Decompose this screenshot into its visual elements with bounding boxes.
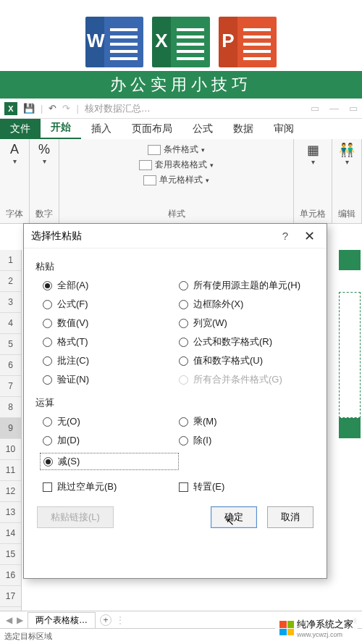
tab-review[interactable]: 审阅: [264, 119, 304, 139]
excel-app-icon: X: [4, 102, 17, 115]
operation-section-label: 运算: [35, 396, 315, 409]
paste-link-button: 粘贴链接(L): [37, 506, 114, 528]
selection-corner: [339, 418, 361, 438]
radio-formulas-num[interactable]: 公式和数字格式(R): [179, 335, 315, 348]
row-header: 17: [0, 586, 21, 607]
sheet-nav-prev-icon[interactable]: ◀: [6, 615, 12, 625]
ok-button[interactable]: ↖确定: [211, 506, 257, 528]
format-as-table-button[interactable]: 套用表格格式 ▾: [139, 157, 214, 172]
maximize-icon[interactable]: ▭: [349, 103, 358, 114]
row-header: 6: [0, 355, 21, 376]
status-text: 选定目标区域: [4, 631, 52, 642]
add-sheet-icon[interactable]: +: [100, 614, 111, 626]
sheet-nav-next-icon[interactable]: ▶: [17, 615, 23, 625]
column-header-cell[interactable]: [339, 250, 361, 270]
cancel-button[interactable]: 取消: [267, 506, 313, 528]
row-header: 7: [0, 376, 21, 397]
tab-insert[interactable]: 插入: [81, 119, 122, 139]
radio-comments[interactable]: 批注(C): [43, 354, 179, 367]
close-icon[interactable]: ✕: [300, 228, 319, 244]
cell-styles-button[interactable]: 单元格样式 ▾: [143, 172, 209, 188]
quick-access-toolbar: X 💾 | ↶ ↷ | 核对数据汇总… ▭ — ▭: [0, 99, 362, 119]
row-header: 13: [0, 502, 21, 523]
tab-data[interactable]: 数据: [223, 119, 264, 139]
ribbon-group-styles: 条件格式 ▾ 套用表格格式 ▾ 单元格样式 ▾ 样式: [59, 139, 294, 223]
tab-file[interactable]: 文件: [0, 119, 41, 139]
redo-icon[interactable]: ↷: [62, 103, 70, 114]
cell-style-icon: [143, 175, 156, 185]
radio-except-borders[interactable]: 边框除外(X): [179, 298, 315, 311]
radio-divide[interactable]: 除(I): [179, 434, 315, 447]
radio-subtract[interactable]: 减(S): [40, 453, 179, 470]
radio-add[interactable]: 加(D): [43, 434, 179, 447]
table-format-icon: [139, 160, 152, 170]
paste-special-dialog: 选择性粘贴 ? ✕ 粘贴 全部(A) 所有使用源主题的单元(H) 公式(F) 边…: [23, 223, 327, 579]
row-header: 8: [0, 397, 21, 418]
powerpoint-icon: P: [219, 17, 277, 67]
row-header: 12: [0, 481, 21, 502]
radio-formulas[interactable]: 公式(F): [43, 298, 179, 311]
find-icon: 👬: [339, 142, 355, 158]
ribbon-tabs: 文件 开始 插入 页面布局 公式 数据 审阅: [0, 119, 362, 139]
radio-all-cond: 所有合并条件格式(G): [179, 373, 315, 386]
cond-format-icon: [148, 145, 161, 155]
radio-none[interactable]: 无(O): [43, 415, 179, 428]
row-headers[interactable]: 1 2 3 4 5 6 7 8 9 10 11 12 13 14 15 16 1…: [0, 250, 22, 611]
watermark: 纯净系统之家 www.ycwzj.com: [275, 616, 358, 640]
word-icon: W: [85, 17, 143, 67]
dialog-title: 选择性粘贴: [31, 230, 282, 243]
cells-icon: ▦: [307, 142, 319, 158]
radio-all-theme[interactable]: 所有使用源主题的单元(H): [179, 279, 315, 292]
document-title: 核对数据汇总…: [85, 102, 151, 115]
checkbox-transpose[interactable]: 转置(E): [179, 480, 315, 493]
marching-ants-selection: [339, 292, 361, 418]
dialog-titlebar: 选择性粘贴 ? ✕: [24, 224, 327, 248]
ribbon-group-editing[interactable]: 👬 ▾ 编辑: [332, 139, 362, 223]
font-icon: A: [10, 142, 19, 157]
office-icons-banner: W X P: [0, 0, 362, 71]
watermark-icon: [279, 621, 294, 635]
help-icon[interactable]: ?: [282, 230, 288, 242]
save-icon[interactable]: 💾: [23, 103, 35, 114]
ribbon: A ▾ 字体 % ▾ 数字 条件格式 ▾ 套用表格格式 ▾ 单元格样式 ▾ 样式…: [0, 139, 362, 224]
conditional-formatting-button[interactable]: 条件格式 ▾: [148, 142, 205, 157]
radio-col-widths[interactable]: 列宽(W): [179, 317, 315, 330]
tab-home[interactable]: 开始: [41, 117, 81, 139]
undo-icon[interactable]: ↶: [49, 103, 56, 114]
cursor-icon: ↖: [226, 516, 235, 527]
row-header: 10: [0, 439, 21, 460]
ribbon-options-icon[interactable]: ▭: [311, 103, 319, 114]
row-header: 11: [0, 460, 21, 481]
banner-title: 办公实用小技巧: [0, 71, 362, 99]
sheet-right-edge: [336, 250, 362, 611]
tab-pagelayout[interactable]: 页面布局: [122, 119, 182, 139]
row-header-selected: 9: [0, 418, 21, 439]
row-header: 4: [0, 313, 21, 334]
ribbon-group-font[interactable]: A ▾ 字体: [0, 139, 30, 223]
row-header: 3: [0, 292, 21, 313]
radio-formats[interactable]: 格式(T): [43, 335, 179, 348]
radio-multiply[interactable]: 乘(M): [179, 415, 315, 428]
tab-formulas[interactable]: 公式: [182, 119, 223, 139]
minimize-icon[interactable]: —: [329, 103, 339, 114]
row-header: 1: [0, 250, 21, 271]
row-header: 14: [0, 523, 21, 544]
checkbox-skip-blanks[interactable]: 跳过空单元(B): [43, 480, 179, 493]
radio-values-num[interactable]: 值和数字格式(U): [179, 354, 315, 367]
radio-values[interactable]: 数值(V): [43, 317, 179, 330]
row-header: 15: [0, 544, 21, 565]
radio-validation[interactable]: 验证(N): [43, 373, 179, 386]
row-header: 16: [0, 565, 21, 586]
row-header: 2: [0, 271, 21, 292]
radio-all[interactable]: 全部(A): [43, 279, 179, 292]
ribbon-group-number[interactable]: % ▾ 数字: [30, 139, 59, 223]
sheet-tab-active[interactable]: 两个表格核…: [28, 612, 96, 628]
excel-icon: X: [152, 17, 210, 67]
ribbon-group-cells[interactable]: ▦ ▾ 单元格: [294, 139, 332, 223]
percent-icon: %: [38, 142, 50, 157]
row-header: 5: [0, 334, 21, 355]
paste-section-label: 粘贴: [35, 260, 315, 273]
